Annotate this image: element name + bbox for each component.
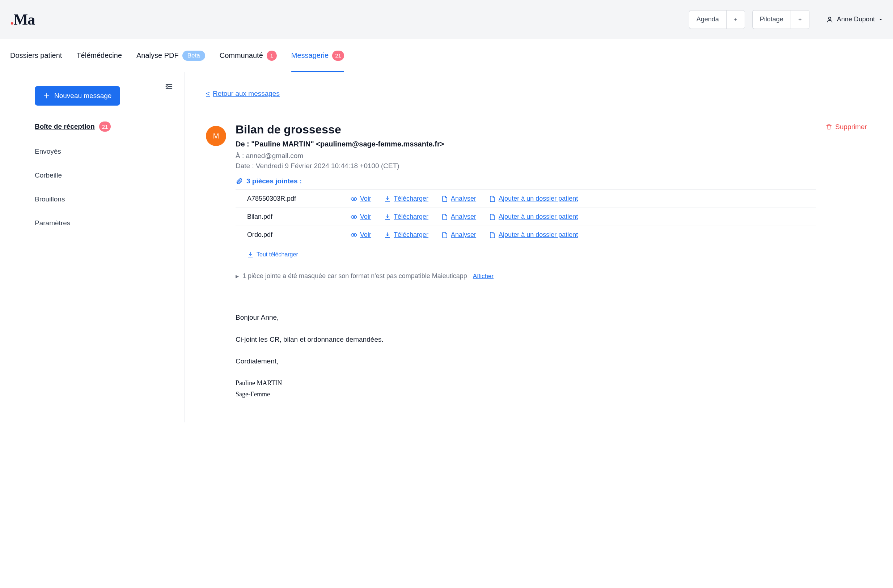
eye-icon: [350, 232, 357, 238]
logo-text: Ma: [14, 11, 35, 28]
tab-messagerie[interactable]: Messagerie 21: [291, 39, 344, 72]
app-logo: .Ma: [10, 11, 35, 28]
delete-message-button[interactable]: Supprimer: [826, 123, 867, 131]
message-from: De : "Pauline MARTIN" <paulinem@sage-fem…: [236, 140, 816, 148]
attachment-row: Bilan.pdfVoirTéléchargerAnalyserAjouter …: [236, 208, 816, 226]
download-icon: [384, 214, 391, 220]
message-date: Date : Vendredi 9 Février 2024 10:44:18 …: [236, 162, 816, 170]
message-subject: Bilan de grossesse: [236, 123, 816, 136]
user-icon: [826, 16, 833, 23]
file-icon: [489, 214, 496, 220]
message-to: À : anned@gmail.com: [236, 152, 816, 160]
file-icon: [441, 214, 448, 220]
attachment-analyze-button[interactable]: Analyser: [441, 213, 476, 220]
attachment-analyze-button[interactable]: Analyser: [441, 195, 476, 202]
file-icon: [441, 232, 448, 238]
sidebar-item-inbox[interactable]: Boîte de réception 21: [35, 122, 164, 132]
message-content: < Retour aux messages M Bilan de grosses…: [185, 72, 893, 422]
svg-point-6: [353, 234, 355, 236]
file-icon: [489, 232, 496, 238]
tab-communaute[interactable]: Communauté 1: [219, 39, 277, 72]
paperclip-icon: [236, 177, 243, 185]
back-to-messages-link[interactable]: < Retour aux messages: [206, 90, 280, 98]
agenda-combo: Agenda: [689, 10, 745, 29]
attachment-row: Ordo.pdfVoirTéléchargerAnalyserAjouter à…: [236, 226, 816, 244]
hidden-attachment-notice: ▶ 1 pièce jointe a été masquée car son f…: [236, 272, 816, 280]
attachment-view-button[interactable]: Voir: [350, 195, 371, 202]
attachment-view-button[interactable]: Voir: [350, 213, 371, 220]
eye-icon: [350, 196, 357, 202]
user-menu[interactable]: Anne Dupont: [826, 15, 883, 23]
attachments-list: A78550303R.pdfVoirTéléchargerAnalyserAjo…: [236, 189, 816, 244]
attachment-filename: Ordo.pdf: [247, 231, 338, 238]
trash-icon: [826, 124, 832, 130]
attachment-download-button[interactable]: Télécharger: [384, 231, 428, 238]
collapse-sidebar-button[interactable]: [165, 82, 173, 90]
svg-point-5: [353, 216, 355, 218]
chevron-left-icon: <: [206, 90, 210, 98]
plus-icon: [44, 93, 50, 99]
pilotage-button[interactable]: Pilotage: [752, 10, 791, 29]
sidebar-item-trash[interactable]: Corbeille: [35, 171, 164, 179]
sidebar-item-settings[interactable]: Paramètres: [35, 219, 164, 227]
svg-point-0: [828, 17, 831, 20]
caret-down-icon: [878, 17, 883, 22]
count-badge: 1: [267, 51, 277, 61]
attachment-add-to-patient-button[interactable]: Ajouter à un dossier patient: [489, 195, 578, 202]
top-bar: .Ma Agenda Pilotage Anne Dupont: [0, 0, 893, 39]
main-tabs: Dossiers patient Télémédecine Analyse PD…: [0, 39, 893, 72]
count-badge: 21: [99, 122, 111, 132]
sidebar-item-sent[interactable]: Envoyés: [35, 147, 164, 156]
beta-badge: Beta: [182, 51, 205, 61]
attachment-add-to-patient-button[interactable]: Ajouter à un dossier patient: [489, 231, 578, 238]
attachment-filename: A78550303R.pdf: [247, 195, 338, 202]
sender-avatar: M: [206, 126, 226, 146]
eye-icon: [350, 214, 357, 220]
download-icon: [247, 251, 254, 258]
agenda-button[interactable]: Agenda: [689, 10, 726, 29]
download-icon: [384, 232, 391, 238]
attachment-view-button[interactable]: Voir: [350, 231, 371, 238]
file-icon: [441, 196, 448, 202]
sidebar-item-drafts[interactable]: Brouillons: [35, 195, 164, 203]
pilotage-combo: Pilotage: [752, 10, 809, 29]
logo-dot: .: [10, 11, 14, 28]
attachment-download-button[interactable]: Télécharger: [384, 195, 428, 202]
tab-dossiers-patient[interactable]: Dossiers patient: [10, 39, 62, 72]
plus-icon: [734, 16, 737, 23]
plus-icon: [798, 16, 802, 23]
attachment-row: A78550303R.pdfVoirTéléchargerAnalyserAjo…: [236, 189, 816, 208]
attachments-header: 3 pièces jointes :: [236, 177, 816, 185]
attachment-add-to-patient-button[interactable]: Ajouter à un dossier patient: [489, 213, 578, 220]
triangle-right-icon: ▶: [236, 274, 239, 279]
attachment-analyze-button[interactable]: Analyser: [441, 231, 476, 238]
pilotage-plus-button[interactable]: [791, 10, 809, 29]
attachment-filename: Bilan.pdf: [247, 213, 338, 220]
file-icon: [489, 196, 496, 202]
show-hidden-button[interactable]: Afficher: [473, 273, 493, 280]
download-all-button[interactable]: Tout télécharger: [247, 251, 298, 258]
attachment-download-button[interactable]: Télécharger: [384, 213, 428, 220]
tab-analyse-pdf[interactable]: Analyse PDF Beta: [137, 39, 205, 72]
tab-telemedecine[interactable]: Télémédecine: [76, 39, 122, 72]
message-body: Bonjour Anne, Ci-joint les CR, bilan et …: [236, 312, 816, 399]
message-signature: Pauline MARTIN Sage-Femme: [236, 378, 816, 399]
sidebar: Nouveau message Boîte de réception 21 En…: [0, 72, 185, 422]
outdent-icon: [165, 82, 173, 90]
user-name: Anne Dupont: [837, 15, 875, 23]
download-icon: [384, 196, 391, 202]
count-badge: 21: [332, 51, 344, 61]
svg-point-4: [353, 198, 355, 200]
new-message-button[interactable]: Nouveau message: [35, 86, 120, 106]
agenda-plus-button[interactable]: [726, 10, 745, 29]
